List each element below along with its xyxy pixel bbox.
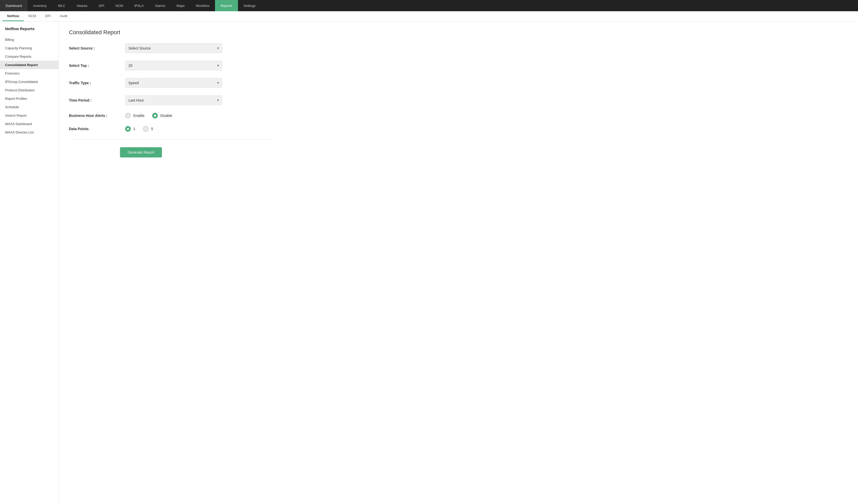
- top-nav-item-attacks[interactable]: Attacks: [71, 0, 93, 11]
- enable-radio-item[interactable]: Enable: [125, 113, 144, 118]
- sidebar-item-consolidated-report[interactable]: Consolidated Report: [0, 61, 59, 69]
- enable-radio-label: Enable: [133, 114, 144, 118]
- top-nav-item-wlc[interactable]: WLC: [52, 0, 71, 11]
- select-top-label: Select Top :: [69, 64, 125, 68]
- main-content: Consolidated Report Select Source : Sele…: [59, 21, 858, 504]
- top-nav-item-dpi[interactable]: DPI: [93, 0, 110, 11]
- business-hour-alerts-row: Business Hour Alerts : Enable Disable: [69, 113, 273, 118]
- enable-radio-button[interactable]: [125, 113, 131, 118]
- select-top-wrapper: 20 10 5 50 100 ▼: [125, 61, 222, 70]
- time-period-row: Time Period : Last Hour Last 24 Hours La…: [69, 95, 273, 105]
- sidebar-item-protocol-distribution[interactable]: Protocol Distribution: [0, 86, 59, 94]
- top-nav-item-reports[interactable]: Reports: [215, 0, 238, 11]
- select-source-wrapper: Select Source ▼: [125, 43, 222, 53]
- sidebar: Netflow Reports BillingCapacity Planning…: [0, 21, 59, 504]
- top-nav-item-settings[interactable]: Settings: [238, 0, 261, 11]
- sidebar-item-waas-devices-list[interactable]: WAAS Devices List: [0, 128, 59, 136]
- traffic-type-wrapper: Speed Volume Packets ▼: [125, 78, 222, 88]
- sidebar-item-report-profiles[interactable]: Report Profiles: [0, 94, 59, 103]
- traffic-type-control: Speed Volume Packets ▼: [125, 78, 222, 88]
- sidebar-title: Netflow Reports: [0, 27, 59, 35]
- sidebar-item-schedule[interactable]: Schedule: [0, 103, 59, 111]
- sidebar-item-forensics[interactable]: Forensics: [0, 69, 59, 78]
- generate-report-button[interactable]: Generate Report: [120, 147, 162, 158]
- sidebar-item-capacity-planning[interactable]: Capacity Planning: [0, 44, 59, 52]
- disable-radio-button[interactable]: [152, 113, 158, 118]
- sub-nav-item-dpi[interactable]: DPI: [41, 11, 55, 21]
- top-nav-item-dashboard[interactable]: Dashboard: [0, 0, 28, 11]
- business-hour-alerts-control: Enable Disable: [125, 113, 222, 118]
- select-source-dropdown[interactable]: Select Source: [125, 43, 222, 53]
- sidebar-item-waas-dashboard[interactable]: WAAS Dashboard: [0, 120, 59, 128]
- business-hour-alerts-label: Business Hour Alerts :: [69, 114, 125, 118]
- data-point-1-label: 1: [133, 127, 136, 131]
- data-points-radio-group: 1 5: [125, 126, 222, 132]
- select-source-control: Select Source ▼: [125, 43, 222, 53]
- data-points-row: Data Points 1 5: [69, 126, 273, 132]
- traffic-type-label: Traffic Type :: [69, 81, 125, 85]
- top-nav-item-workflow[interactable]: Workflow: [190, 0, 215, 11]
- data-points-control: 1 5: [125, 126, 222, 132]
- sub-nav-item-netflow[interactable]: Netflow: [3, 11, 24, 21]
- main-layout: Netflow Reports BillingCapacity Planning…: [0, 21, 858, 504]
- top-nav-item-ipsla[interactable]: IPSLA: [129, 0, 149, 11]
- business-hour-radio-group: Enable Disable: [125, 113, 222, 118]
- sidebar-item-compare-reports[interactable]: Compare Reports: [0, 52, 59, 61]
- sub-nav-item-ncm[interactable]: NCM: [24, 11, 41, 21]
- sidebar-item-search-report[interactable]: Search Report: [0, 111, 59, 120]
- time-period-dropdown[interactable]: Last Hour Last 24 Hours Last Week Last M…: [125, 95, 222, 105]
- top-nav-item-ncm[interactable]: NCM: [110, 0, 129, 11]
- time-period-label: Time Period :: [69, 98, 125, 102]
- sub-navigation: NetflowNCMDPIAudit: [0, 11, 858, 21]
- select-source-row: Select Source : Select Source ▼: [69, 43, 273, 53]
- sidebar-item-billing[interactable]: Billing: [0, 35, 59, 44]
- select-source-label: Select Source :: [69, 46, 125, 50]
- select-top-control: 20 10 5 50 100 ▼: [125, 61, 222, 70]
- sub-nav-item-audit[interactable]: Audit: [55, 11, 72, 21]
- time-period-control: Last Hour Last 24 Hours Last Week Last M…: [125, 95, 222, 105]
- top-nav-item-alarms[interactable]: Alarms: [149, 0, 171, 11]
- time-period-wrapper: Last Hour Last 24 Hours Last Week Last M…: [125, 95, 222, 105]
- traffic-type-dropdown[interactable]: Speed Volume Packets: [125, 78, 222, 88]
- consolidated-report-form: Select Source : Select Source ▼ Select T…: [69, 43, 273, 158]
- top-nav-item-inventory[interactable]: Inventory: [28, 0, 52, 11]
- disable-radio-item[interactable]: Disable: [152, 113, 172, 118]
- disable-radio-label: Disable: [160, 114, 172, 118]
- page-title: Consolidated Report: [69, 29, 848, 36]
- sidebar-item-ipgroup-consolidated[interactable]: IPGroup Consolidated: [0, 78, 59, 86]
- data-point-5-label: 5: [151, 127, 153, 131]
- data-point-1-item[interactable]: 1: [125, 126, 136, 132]
- data-point-1-radio[interactable]: [125, 126, 131, 132]
- traffic-type-row: Traffic Type : Speed Volume Packets ▼: [69, 78, 273, 88]
- data-points-label: Data Points: [69, 127, 125, 131]
- data-point-5-item[interactable]: 5: [143, 126, 153, 132]
- form-divider: [69, 139, 273, 140]
- top-navigation: DashboardInventoryWLCAttacksDPINCMIPSLAA…: [0, 0, 858, 11]
- select-top-dropdown[interactable]: 20 10 5 50 100: [125, 61, 222, 70]
- top-nav-item-maps[interactable]: Maps: [171, 0, 190, 11]
- select-top-row: Select Top : 20 10 5 50 100 ▼: [69, 61, 273, 70]
- data-point-5-radio[interactable]: [143, 126, 148, 132]
